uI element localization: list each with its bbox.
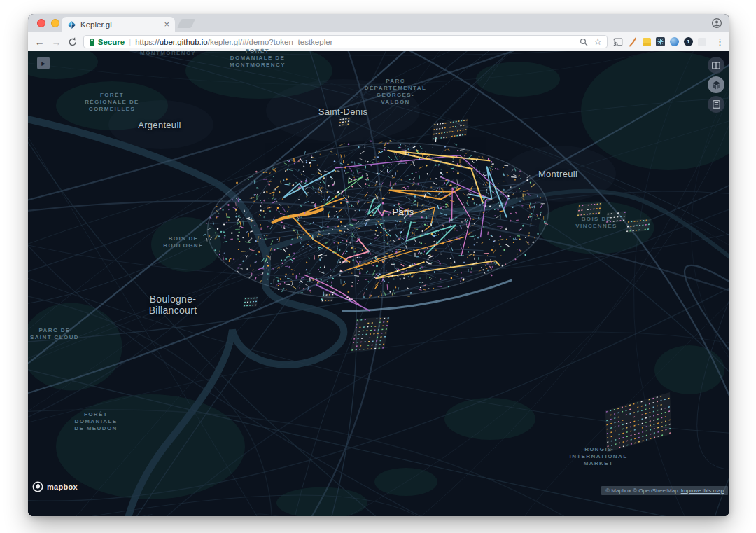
search-icon[interactable]: [580, 38, 588, 46]
mapbox-logo-icon: [32, 481, 43, 492]
reload-button[interactable]: [66, 36, 79, 48]
improve-map-link[interactable]: Improve this map: [681, 487, 724, 494]
chrome-menu-icon[interactable]: ⋮: [715, 36, 724, 47]
map-canvas[interactable]: [28, 51, 729, 516]
minimize-button[interactable]: [51, 19, 59, 27]
slash-extension-icon[interactable]: [628, 37, 638, 47]
secure-lock-icon: [89, 38, 95, 46]
url-path: /kepler.gl/#/demo?token=testkepler: [208, 38, 333, 46]
globe-extension-icon[interactable]: [670, 37, 679, 46]
mapbox-logo[interactable]: mapbox: [32, 481, 78, 492]
settings-extension-icon[interactable]: [656, 37, 665, 46]
split-map-button[interactable]: [708, 57, 724, 74]
map-viewport[interactable]: MONTMORENCY FORÊT DOMANIALE DE MONTMOREN…: [28, 51, 729, 516]
url-host: uber.github.io: [160, 38, 208, 46]
notes-extension-icon[interactable]: [643, 38, 651, 46]
new-tab-button[interactable]: [177, 19, 195, 28]
badge-extension-icon[interactable]: 1: [684, 37, 693, 46]
forward-button[interactable]: →: [50, 36, 63, 48]
cast-icon[interactable]: [613, 37, 623, 47]
toggle-3d-button[interactable]: [708, 76, 724, 93]
expand-sidebar-button[interactable]: ▸: [37, 57, 50, 69]
browser-window: Kepler.gl × ← → Secure | https://uber.gi…: [28, 14, 729, 516]
tab-title: Kepler.gl: [80, 20, 164, 29]
map-controls: [708, 57, 724, 113]
browser-toolbar: ← → Secure | https://uber.github.io/kepl…: [28, 32, 729, 51]
tab-close-icon[interactable]: ×: [164, 20, 169, 29]
extensions-area: 1 ⋮: [613, 36, 724, 47]
bookmark-star-icon[interactable]: ☆: [594, 38, 602, 46]
map-attribution: © Mapbox © OpenStreetMap Improve this ma…: [601, 486, 728, 495]
legend-button[interactable]: [708, 96, 724, 113]
attribution-text: © Mapbox © OpenStreetMap: [606, 487, 678, 494]
mapbox-logo-text: mapbox: [47, 483, 78, 491]
address-bar[interactable]: Secure | https://uber.github.io/kepler.g…: [83, 35, 608, 48]
disabled-extension-icon[interactable]: [698, 38, 706, 46]
kepler-favicon-icon: [67, 20, 76, 29]
tab-bar: Kepler.gl ×: [28, 14, 729, 32]
close-button[interactable]: [37, 19, 46, 27]
address-divider: |: [129, 38, 131, 46]
secure-label: Secure: [98, 38, 125, 46]
url-scheme: https://: [135, 38, 160, 46]
profile-icon[interactable]: [711, 18, 722, 29]
browser-tab[interactable]: Kepler.gl ×: [62, 17, 175, 32]
back-button[interactable]: ←: [34, 36, 46, 48]
